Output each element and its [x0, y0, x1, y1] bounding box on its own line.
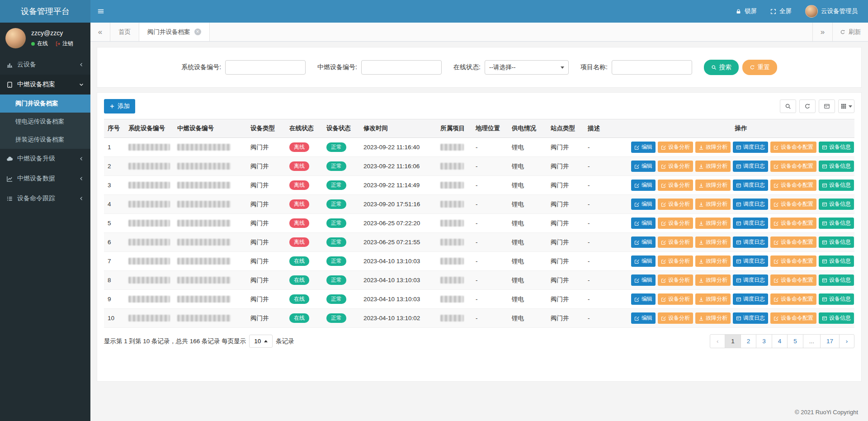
device-analysis-button[interactable]: 设备分析: [658, 142, 693, 153]
tabs-scroll-right-button[interactable]: »: [812, 23, 832, 41]
sidebar-item[interactable]: 设备命令跟踪: [0, 189, 90, 208]
sidebar-item[interactable]: 中燃设备数据: [0, 169, 90, 189]
device-info-button[interactable]: 设备信息: [819, 293, 854, 305]
device-command-config-button[interactable]: 设备命令配置: [770, 274, 816, 286]
sidebar-item[interactable]: 云设备: [0, 55, 90, 75]
dispatch-log-button[interactable]: 调度日志: [733, 218, 768, 229]
edit-button[interactable]: 编辑: [631, 218, 656, 229]
page-number[interactable]: 2: [741, 334, 757, 348]
fault-analysis-button[interactable]: 故障分析: [695, 142, 731, 153]
device-info-button[interactable]: 设备信息: [819, 161, 854, 172]
dispatch-log-button[interactable]: 调度日志: [733, 312, 768, 324]
search-input-3[interactable]: [612, 60, 692, 75]
dispatch-log-button[interactable]: 调度日志: [733, 199, 768, 210]
device-command-config-button[interactable]: 设备命令配置: [770, 293, 816, 305]
page-number[interactable]: 5: [787, 334, 803, 348]
device-command-config-button[interactable]: 设备命令配置: [770, 237, 816, 248]
edit-button[interactable]: 编辑: [631, 255, 656, 267]
sidebar-subitem[interactable]: 阀门井设备档案: [0, 95, 90, 113]
search-button[interactable]: 搜索: [704, 60, 739, 75]
page-size-dropdown[interactable]: 10: [249, 335, 273, 348]
device-command-config-button[interactable]: 设备命令配置: [770, 312, 816, 324]
edit-button[interactable]: 编辑: [631, 293, 656, 305]
device-info-button[interactable]: 设备信息: [819, 274, 854, 286]
dispatch-log-button[interactable]: 调度日志: [733, 293, 768, 305]
fault-analysis-button[interactable]: 故障分析: [695, 199, 731, 210]
device-analysis-button[interactable]: 设备分析: [658, 274, 693, 286]
page-prev-button[interactable]: ‹: [710, 334, 725, 348]
edit-button[interactable]: 编辑: [631, 199, 656, 210]
search-input-1[interactable]: [361, 60, 442, 75]
device-analysis-button[interactable]: 设备分析: [658, 293, 693, 305]
device-analysis-button[interactable]: 设备分析: [658, 255, 693, 267]
device-command-config-button[interactable]: 设备命令配置: [770, 199, 816, 210]
sidebar-item[interactable]: 中燃设备档案: [0, 75, 90, 95]
dispatch-log-button[interactable]: 调度日志: [733, 161, 768, 172]
tab-item[interactable]: 阀门井设备档案×: [139, 23, 210, 41]
user-menu[interactable]: 云设备管理员: [798, 0, 864, 23]
edit-button[interactable]: 编辑: [631, 142, 656, 153]
add-button[interactable]: 添加: [104, 99, 135, 114]
device-info-button[interactable]: 设备信息: [819, 142, 854, 153]
device-command-config-button[interactable]: 设备命令配置: [770, 218, 816, 229]
tab-close-icon[interactable]: ×: [194, 28, 201, 35]
device-analysis-button[interactable]: 设备分析: [658, 237, 693, 248]
edit-button[interactable]: 编辑: [631, 312, 656, 324]
search-input-0[interactable]: [225, 60, 306, 75]
device-analysis-button[interactable]: 设备分析: [658, 312, 693, 324]
device-analysis-button[interactable]: 设备分析: [658, 199, 693, 210]
tabs-scroll-left-button[interactable]: «: [90, 23, 110, 41]
sidebar-toggle-button[interactable]: [90, 0, 111, 23]
sidebar-subitem[interactable]: 拼装远传设备档案: [0, 131, 90, 149]
dispatch-log-button[interactable]: 调度日志: [733, 237, 768, 248]
page-number[interactable]: 17: [820, 334, 840, 348]
edit-button[interactable]: 编辑: [631, 237, 656, 248]
page-number[interactable]: 4: [772, 334, 788, 348]
logout-link[interactable]: 注销: [55, 40, 73, 47]
edit-button[interactable]: 编辑: [631, 180, 656, 191]
toggle-search-button[interactable]: [780, 99, 796, 113]
page-number-active[interactable]: 1: [725, 334, 741, 348]
device-command-config-button[interactable]: 设备命令配置: [770, 142, 816, 153]
device-info-button[interactable]: 设备信息: [819, 199, 854, 210]
device-command-config-button[interactable]: 设备命令配置: [770, 255, 816, 267]
device-analysis-button[interactable]: 设备分析: [658, 161, 693, 172]
device-info-button[interactable]: 设备信息: [819, 312, 854, 324]
device-analysis-button[interactable]: 设备分析: [658, 180, 693, 191]
search-field-label: 系统设备编号:: [181, 63, 221, 71]
sidebar-subitem[interactable]: 锂电远传设备档案: [0, 113, 90, 131]
dispatch-log-button[interactable]: 调度日志: [733, 142, 768, 153]
detail-view-button[interactable]: [819, 99, 835, 113]
fault-analysis-button[interactable]: 故障分析: [695, 274, 731, 286]
device-info-button[interactable]: 设备信息: [819, 255, 854, 267]
page-next-button[interactable]: ›: [839, 334, 854, 348]
device-info-button[interactable]: 设备信息: [819, 180, 854, 191]
device-info-button[interactable]: 设备信息: [819, 218, 854, 229]
device-command-config-button[interactable]: 设备命令配置: [770, 180, 816, 191]
fault-analysis-button[interactable]: 故障分析: [695, 312, 731, 324]
refresh-tab-button[interactable]: 刷新: [832, 23, 868, 41]
device-info-button[interactable]: 设备信息: [819, 237, 854, 248]
reset-button[interactable]: 重置: [742, 60, 777, 75]
lock-screen-button[interactable]: 锁屏: [729, 0, 764, 23]
dispatch-log-button[interactable]: 调度日志: [733, 274, 768, 286]
fault-analysis-button[interactable]: 故障分析: [695, 255, 731, 267]
fault-analysis-button[interactable]: 故障分析: [695, 293, 731, 305]
dispatch-log-button[interactable]: 调度日志: [733, 255, 768, 267]
device-analysis-button[interactable]: 设备分析: [658, 218, 693, 229]
edit-button[interactable]: 编辑: [631, 274, 656, 286]
dispatch-log-button[interactable]: 调度日志: [733, 180, 768, 191]
fault-analysis-button[interactable]: 故障分析: [695, 161, 731, 172]
fault-analysis-button[interactable]: 故障分析: [695, 218, 731, 229]
device-command-config-button[interactable]: 设备命令配置: [770, 161, 816, 172]
columns-dropdown-button[interactable]: [838, 99, 854, 113]
fault-analysis-button[interactable]: 故障分析: [695, 237, 731, 248]
sidebar-item[interactable]: 中燃设备升级: [0, 149, 90, 169]
online-status-select[interactable]: --请选择--: [485, 60, 569, 75]
refresh-table-button[interactable]: [799, 99, 816, 113]
fullscreen-button[interactable]: 全屏: [764, 0, 798, 23]
tab-item[interactable]: 首页: [110, 23, 139, 41]
edit-button[interactable]: 编辑: [631, 161, 656, 172]
page-number[interactable]: 3: [756, 334, 772, 348]
fault-analysis-button[interactable]: 故障分析: [695, 180, 731, 191]
